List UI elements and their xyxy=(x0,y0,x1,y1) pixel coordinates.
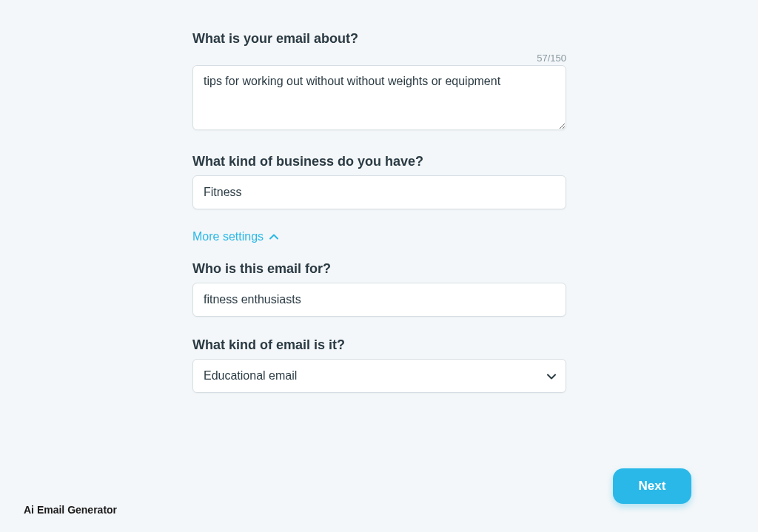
business-label: What kind of business do you have? xyxy=(192,154,566,169)
email-kind-label: What kind of email is it? xyxy=(192,337,566,353)
email-kind-selected: Educational email xyxy=(204,369,297,383)
more-settings-toggle[interactable]: More settings xyxy=(192,230,278,243)
audience-input[interactable] xyxy=(192,283,566,317)
business-input[interactable] xyxy=(192,175,566,209)
next-button[interactable]: Next xyxy=(613,468,691,504)
chevron-up-icon xyxy=(269,234,278,240)
audience-label: Who is this email for? xyxy=(192,261,566,277)
char-counter: 57/150 xyxy=(537,53,566,64)
email-about-label: What is your email about? xyxy=(192,31,566,47)
email-about-textarea[interactable] xyxy=(192,65,566,130)
more-settings-label: More settings xyxy=(192,230,264,243)
footer-label: Ai Email Generator xyxy=(24,504,117,516)
email-kind-select[interactable]: Educational email xyxy=(192,359,566,393)
